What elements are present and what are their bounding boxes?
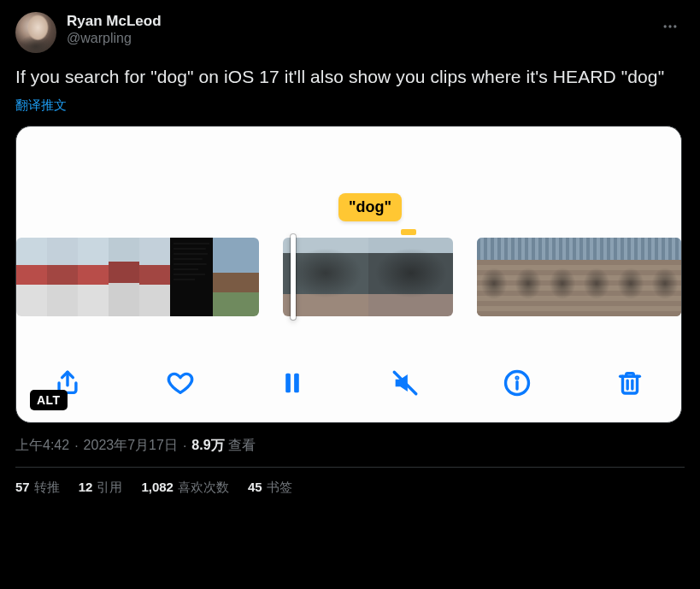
separator: · bbox=[183, 439, 186, 454]
author-names[interactable]: Ryan McLeod @warpling bbox=[67, 12, 162, 47]
clip-group-3[interactable] bbox=[477, 238, 681, 316]
scrubber-handle[interactable] bbox=[291, 234, 296, 320]
bookmarks-count: 45 bbox=[248, 480, 262, 494]
likes-label: 喜欢次数 bbox=[178, 480, 229, 496]
pause-icon bbox=[278, 368, 307, 398]
media-toolbar bbox=[16, 364, 681, 402]
thumbnail bbox=[614, 238, 648, 316]
likes-count: 1,082 bbox=[141, 480, 174, 494]
likes-stat[interactable]: 1,082 喜欢次数 bbox=[141, 480, 229, 496]
svg-point-2 bbox=[674, 25, 676, 27]
thumbnail bbox=[368, 238, 453, 316]
thumbnail bbox=[170, 238, 213, 316]
trash-icon bbox=[615, 368, 644, 398]
thumbnail bbox=[139, 238, 170, 316]
video-timeline[interactable] bbox=[16, 238, 681, 316]
divider bbox=[15, 467, 685, 468]
tweet-container: Ryan McLeod @warpling If you search for … bbox=[15, 12, 685, 496]
search-tooltip: "dog" bbox=[338, 193, 402, 221]
pause-button[interactable] bbox=[274, 364, 311, 402]
thumbnail bbox=[213, 238, 259, 316]
svg-point-0 bbox=[664, 25, 667, 27]
thumbnail bbox=[511, 238, 545, 316]
thumbnail bbox=[16, 238, 47, 316]
delete-button[interactable] bbox=[611, 364, 649, 402]
info-button[interactable] bbox=[498, 364, 536, 402]
alt-badge[interactable]: ALT bbox=[30, 390, 68, 410]
stats-row: 57 转推 12 引用 1,082 喜欢次数 45 书签 bbox=[15, 480, 685, 496]
tweet-header: Ryan McLeod @warpling bbox=[15, 12, 685, 53]
thumbnail bbox=[579, 238, 614, 316]
quotes-label: 引用 bbox=[97, 480, 122, 496]
thumbnail bbox=[109, 238, 139, 316]
svg-point-8 bbox=[517, 378, 519, 380]
tweet-time[interactable]: 上午4:42 bbox=[15, 437, 69, 455]
clip-group-1[interactable] bbox=[16, 238, 259, 316]
quotes-count: 12 bbox=[79, 480, 93, 494]
bookmarks-label: 书签 bbox=[267, 480, 292, 496]
retweets-count: 57 bbox=[15, 480, 30, 494]
thumbnail bbox=[283, 238, 368, 316]
handle: @warpling bbox=[67, 30, 162, 47]
thumbnail bbox=[545, 238, 579, 316]
retweets-stat[interactable]: 57 转推 bbox=[15, 480, 60, 496]
svg-rect-4 bbox=[294, 374, 299, 393]
tweet-text: If you search for "dog" on iOS 17 it'll … bbox=[15, 65, 685, 89]
tweet-date[interactable]: 2023年7月17日 bbox=[84, 437, 178, 455]
separator: · bbox=[74, 439, 78, 454]
more-button[interactable] bbox=[656, 12, 685, 41]
like-button[interactable] bbox=[162, 364, 199, 402]
svg-point-1 bbox=[668, 25, 671, 27]
info-icon bbox=[503, 368, 532, 398]
mute-icon bbox=[391, 368, 420, 398]
thumbnail bbox=[47, 238, 78, 316]
display-name: Ryan McLeod bbox=[67, 12, 162, 30]
translate-link[interactable]: 翻译推文 bbox=[15, 97, 67, 114]
views-count: 8.9万 bbox=[191, 437, 224, 455]
bookmarks-stat[interactable]: 45 书签 bbox=[248, 480, 292, 496]
clip-group-2[interactable] bbox=[283, 238, 453, 316]
retweets-label: 转推 bbox=[34, 480, 60, 496]
tooltip-indicator bbox=[401, 229, 416, 235]
avatar[interactable] bbox=[15, 12, 56, 53]
svg-rect-3 bbox=[285, 374, 291, 393]
media-card[interactable]: "dog" bbox=[15, 126, 682, 423]
mute-button[interactable] bbox=[386, 364, 424, 402]
quotes-stat[interactable]: 12 引用 bbox=[79, 480, 123, 496]
meta-row: 上午4:42 · 2023年7月17日 · 8.9万 查看 bbox=[15, 437, 685, 455]
thumbnail bbox=[477, 238, 511, 316]
more-icon bbox=[662, 18, 679, 35]
thumbnail bbox=[78, 238, 109, 316]
views-label: 查看 bbox=[228, 437, 256, 455]
heart-icon bbox=[166, 368, 195, 398]
thumbnail bbox=[648, 238, 681, 316]
